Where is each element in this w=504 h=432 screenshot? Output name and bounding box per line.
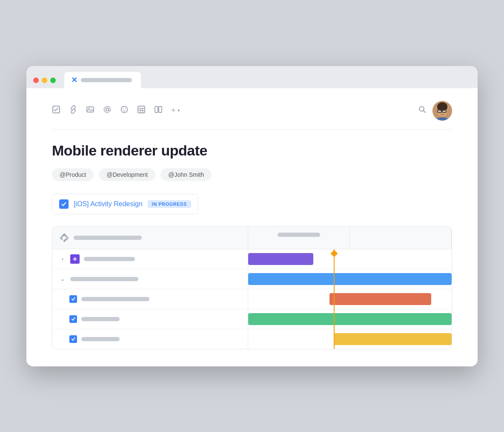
subtask-checkbox-1[interactable]: [69, 295, 77, 303]
task-checkbox[interactable]: [59, 199, 69, 209]
gantt-row-right-task2: [248, 309, 452, 329]
svg-point-5: [123, 109, 124, 109]
toolbar-left: + ▾: [52, 105, 180, 116]
chevron-down-icon[interactable]: ⌄: [59, 276, 66, 282]
svg-rect-13: [159, 107, 162, 112]
gantt-header-mid: [248, 227, 350, 249]
dropdown-chevron-icon: ▾: [178, 108, 180, 113]
svg-line-15: [424, 111, 426, 113]
gantt-bar-task3: [334, 333, 452, 345]
jira-logo-icon: [59, 233, 69, 243]
tag-product[interactable]: @Product: [52, 168, 94, 181]
svg-rect-12: [155, 107, 158, 112]
app-logo-icon: ✕: [71, 75, 77, 85]
gantt-row-left-group: ⌄: [52, 269, 248, 289]
gantt-row-right-group: [248, 269, 452, 289]
plus-icon: +: [171, 106, 176, 115]
tag-development[interactable]: @Development: [99, 168, 155, 181]
gantt-header: [52, 227, 452, 249]
toolbar: + ▾: [52, 97, 452, 130]
gantt-row-group-label: [70, 277, 138, 281]
subtask-checkbox-3[interactable]: [69, 335, 77, 343]
gantt-subtask3-label: [81, 337, 120, 341]
more-options-button[interactable]: + ▾: [171, 106, 180, 115]
browser-window: ✕: [26, 66, 478, 366]
gantt-row-left-task1: [52, 289, 248, 309]
gantt-row-group: ⌄: [52, 269, 452, 289]
svg-point-4: [121, 107, 128, 113]
toolbar-right: [418, 101, 452, 121]
task-badge: IN PROGRESS: [148, 200, 191, 208]
svg-rect-7: [138, 106, 145, 113]
subtask-checkbox-2[interactable]: [69, 315, 77, 323]
maximize-button[interactable]: [50, 78, 56, 83]
svg-rect-21: [442, 110, 446, 112]
tags-row: @Product @Development @John Smith: [52, 168, 452, 181]
gantt-row-task1: [52, 289, 452, 309]
gantt-row-placeholder: [74, 236, 142, 240]
editor-body: + ▾: [26, 88, 478, 366]
gantt-row-epic: ›: [52, 249, 452, 269]
gantt-date-placeholder: [278, 233, 320, 237]
task-label: [iOS] Activity Redesign: [74, 200, 143, 208]
gantt-row-label-placeholder: [84, 257, 135, 261]
browser-chrome: ✕: [26, 66, 478, 88]
checkbox-icon[interactable]: [52, 105, 60, 116]
image-icon[interactable]: [86, 105, 94, 116]
gantt-subtask2-label: [81, 317, 120, 321]
svg-rect-20: [438, 110, 441, 112]
gantt-bar-task1: [329, 293, 431, 305]
gantt-row-right-epic: [248, 249, 452, 269]
epic-icon: [70, 254, 80, 264]
gantt-row-left-epic: ›: [52, 249, 248, 269]
chevron-right-icon[interactable]: ›: [59, 256, 66, 262]
browser-tab[interactable]: ✕: [64, 72, 141, 88]
avatar[interactable]: [432, 101, 452, 121]
tag-john-smith[interactable]: @John Smith: [160, 168, 212, 181]
traffic-lights: [33, 78, 56, 88]
gantt-row-task3: [52, 329, 452, 349]
table-icon[interactable]: [137, 105, 146, 116]
task-item[interactable]: [iOS] Activity Redesign IN PROGRESS: [52, 194, 198, 214]
gantt-body: ›: [52, 249, 452, 349]
gantt-bar-group: [248, 273, 452, 285]
close-button[interactable]: [33, 78, 39, 83]
gantt-row-right-task3: [248, 329, 452, 349]
gantt-subtask1-label: [81, 297, 149, 301]
svg-rect-1: [87, 107, 94, 112]
gantt-header-right: [350, 227, 452, 249]
search-icon[interactable]: [418, 105, 427, 116]
gantt-bar-task2: [248, 313, 452, 325]
gantt-row-right-task1: [248, 289, 452, 309]
gantt-chart: ›: [52, 226, 452, 349]
columns-icon[interactable]: [154, 105, 163, 116]
emoji-icon[interactable]: [120, 105, 129, 116]
tab-title: [81, 78, 132, 82]
gantt-row-left-task3: [52, 329, 248, 349]
gantt-row-left-task2: [52, 309, 248, 329]
page-title: Mobile renderer update: [52, 142, 452, 159]
mention-icon[interactable]: [103, 105, 112, 116]
minimize-button[interactable]: [42, 78, 47, 83]
gantt-row-task2: [52, 309, 452, 329]
svg-point-6: [125, 109, 126, 109]
gantt-bar-epic: [248, 253, 313, 265]
link-icon[interactable]: [69, 105, 77, 116]
gantt-header-left: [52, 227, 248, 249]
